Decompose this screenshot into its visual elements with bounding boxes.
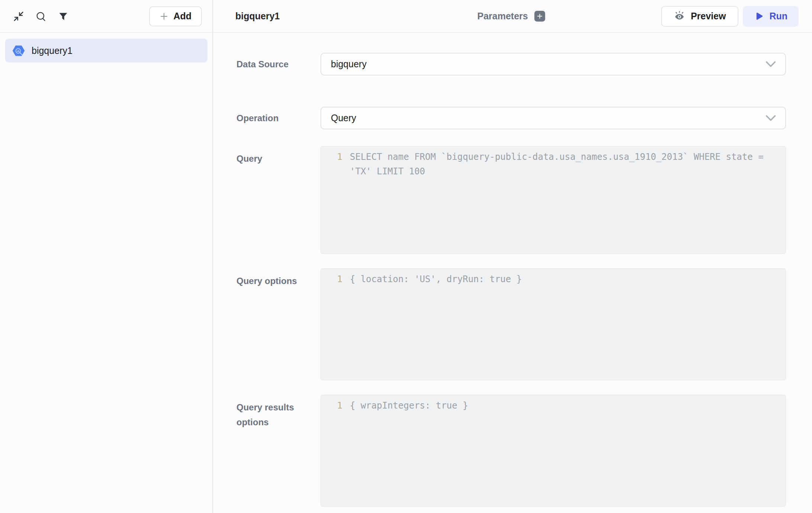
plus-icon	[160, 12, 168, 21]
query-list: bigquery1	[0, 33, 212, 62]
query-code-editor[interactable]: 1 SELECT name FROM `bigquery-public-data…	[320, 146, 786, 254]
preview-button-label: Preview	[691, 11, 726, 22]
filter-icon	[58, 11, 68, 22]
sidebar-item-bigquery1[interactable]: bigquery1	[5, 39, 207, 62]
line-number: 1	[321, 399, 350, 413]
field-label-query-options: Query options	[236, 268, 300, 288]
chevron-down-icon	[766, 115, 776, 121]
operation-value: Query	[331, 113, 766, 123]
line-number: 1	[321, 272, 350, 287]
field-label-operation: Operation	[236, 111, 300, 126]
query-form: Data Source bigquery Operation Query	[213, 33, 812, 513]
collapse-icon	[13, 11, 24, 22]
play-icon	[754, 11, 764, 21]
data-source-value: bigquery	[331, 59, 766, 70]
sidebar-toolbar: Add	[0, 0, 212, 33]
filter-button[interactable]	[56, 9, 71, 24]
query-options-placeholder: { location: 'US', dryRun: true }	[350, 272, 786, 287]
bigquery-icon	[12, 45, 25, 57]
add-parameter-button[interactable]	[534, 11, 545, 22]
code-line: 1 { location: 'US', dryRun: true }	[321, 272, 786, 287]
field-row-data-source: Data Source bigquery	[236, 53, 786, 75]
field-label-query-results-options: Query results options	[236, 395, 300, 430]
query-options-editor[interactable]: 1 { location: 'US', dryRun: true }	[320, 268, 786, 380]
query-code-placeholder: SELECT name FROM `bigquery-public-data.u…	[350, 150, 786, 179]
code-line: 1 SELECT name FROM `bigquery-public-data…	[321, 150, 786, 179]
run-button[interactable]: Run	[743, 6, 799, 27]
field-label-data-source: Data Source	[236, 57, 300, 72]
operation-select[interactable]: Query	[320, 107, 786, 129]
line-number: 1	[321, 150, 350, 179]
data-source-select[interactable]: bigquery	[320, 53, 786, 75]
query-results-options-placeholder: { wrapIntegers: true }	[350, 399, 786, 413]
sidebar-item-label: bigquery1	[32, 45, 72, 56]
app-root: Add bigquery1 big	[0, 0, 812, 513]
page-title: bigquery1	[235, 11, 280, 22]
field-row-query-options: Query options 1 { location: 'US', dryRun…	[236, 268, 786, 380]
plus-icon	[536, 13, 543, 19]
field-row-query-results-options: Query results options 1 { wrapIntegers: …	[236, 395, 786, 507]
main-header: bigquery1 Parameters	[213, 0, 812, 33]
field-row-operation: Operation Query	[236, 107, 786, 129]
sidebar: Add bigquery1	[0, 0, 213, 513]
add-query-button[interactable]: Add	[149, 6, 202, 26]
search-icon	[35, 11, 46, 22]
collapse-sidebar-button[interactable]	[11, 9, 26, 24]
search-button[interactable]	[33, 9, 48, 24]
add-button-label: Add	[173, 11, 191, 22]
parameters-label: Parameters	[477, 11, 528, 22]
eye-icon	[674, 10, 685, 22]
main-panel: bigquery1 Parameters	[213, 0, 812, 513]
run-button-label: Run	[769, 11, 787, 22]
field-row-query: Query 1 SELECT name FROM `bigquery-publi…	[236, 146, 786, 254]
preview-button[interactable]: Preview	[661, 6, 739, 27]
header-actions: Preview Run	[661, 6, 799, 27]
field-label-query: Query	[236, 146, 300, 166]
code-line: 1 { wrapIntegers: true }	[321, 399, 786, 413]
parameters-group: Parameters	[477, 11, 545, 22]
query-results-options-editor[interactable]: 1 { wrapIntegers: true }	[320, 395, 786, 507]
chevron-down-icon	[766, 61, 776, 67]
